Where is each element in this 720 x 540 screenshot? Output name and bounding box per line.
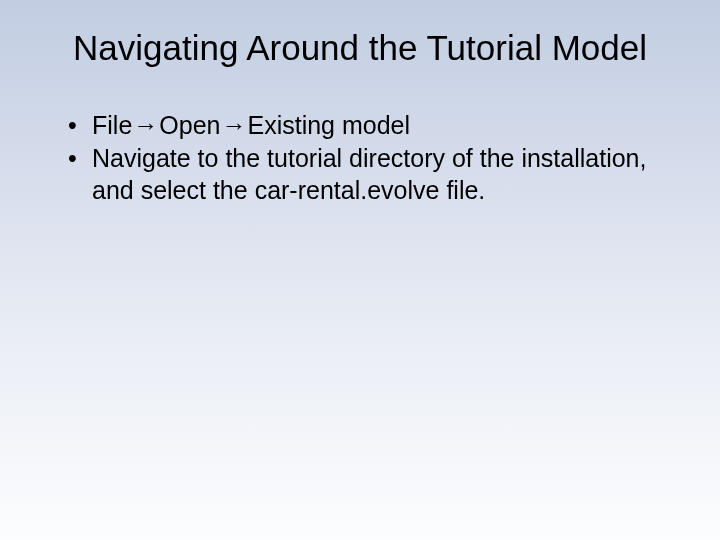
arrow-right-icon: →	[132, 110, 159, 141]
bullet-list: File→Open→Existing model Navigate to the…	[68, 110, 680, 206]
slide: Navigating Around the Tutorial Model Fil…	[0, 0, 720, 540]
bullet-text: file.	[439, 176, 485, 204]
bullet-item: Navigate to the tutorial directory of th…	[68, 143, 680, 206]
slide-title: Navigating Around the Tutorial Model	[40, 28, 680, 68]
bullet-item: File→Open→Existing model	[68, 110, 680, 141]
menu-path-segment: File	[92, 111, 132, 139]
slide-content: File→Open→Existing model Navigate to the…	[40, 110, 680, 206]
filename-text: car-rental.evolve	[255, 176, 440, 204]
arrow-right-icon: →	[220, 110, 247, 141]
menu-path-segment: Existing model	[247, 111, 410, 139]
menu-path-segment: Open	[159, 111, 220, 139]
